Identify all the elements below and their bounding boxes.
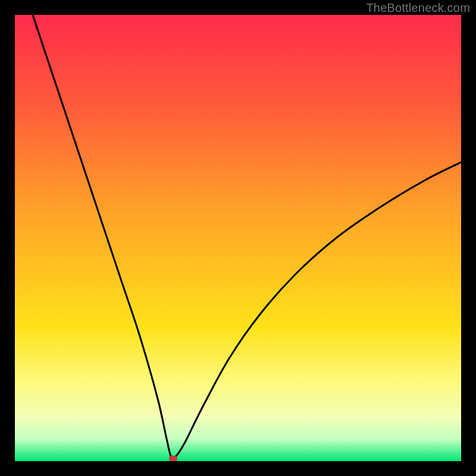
optimum-marker (169, 456, 177, 461)
chart-background (15, 15, 461, 461)
plot-area (15, 15, 461, 461)
chart-svg (15, 15, 461, 461)
attribution-label: TheBottleneck.com (366, 1, 470, 15)
